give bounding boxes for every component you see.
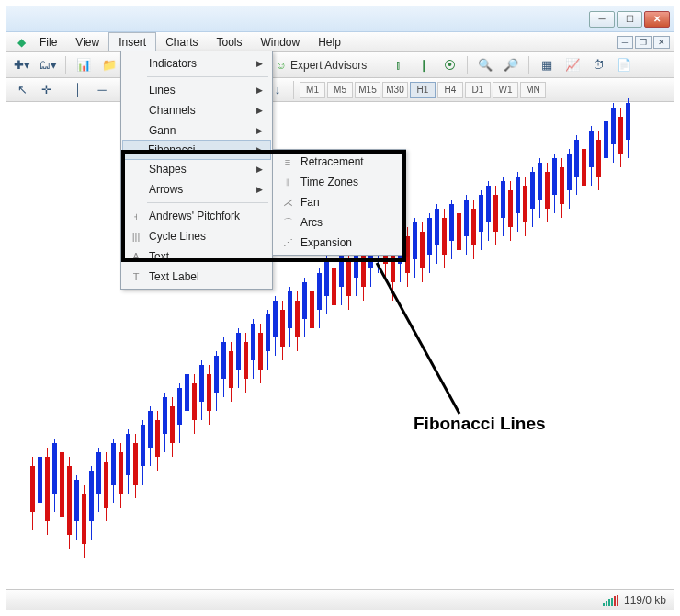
statusbar: 119/0 kb [6,589,674,610]
timeframe-h1[interactable]: H1 [410,82,436,98]
menu-item-indicators[interactable]: Indicators▶ [123,53,270,74]
tile-windows-button[interactable]: ▦ [537,55,557,75]
drawing-toolbar: ↖ ✛ │ ─ ╱ ⫽ ≡ A T ↑ ↓ M1M5M15M30H1H4D1W1… [6,78,674,102]
close-button[interactable]: ✕ [644,11,670,28]
menu-item-cycle-lines[interactable]: |||Cycle Lines [123,226,270,246]
submenu-item-fan[interactable]: ⋌Fan [275,192,403,212]
new-chart-button[interactable]: ✚▾ [12,55,32,75]
cursor-button[interactable]: ↖ [12,80,32,100]
menu-window[interactable]: Window [252,32,310,51]
horizontal-line-button[interactable]: ─ [92,80,112,100]
crosshair-button[interactable]: ✛ [36,80,56,100]
zoom-in-button[interactable]: 🔍 [475,55,495,75]
connection-status: 119/0 kb [624,594,666,607]
submenu-item-time-zones[interactable]: ⦀Time Zones [275,172,403,192]
submenu-arrow-icon: ▶ [256,126,263,135]
profiles-button[interactable]: 🗂▾ [38,55,58,75]
menu-item-arrows[interactable]: Arrows▶ [123,179,270,200]
mdi-close-button[interactable]: ✕ [653,36,670,49]
menu-help[interactable]: Help [309,32,350,51]
insert-menu-dropdown: Indicators▶Lines▶Channels▶Gann▶Fibonacci… [120,51,273,290]
app-window: ─ ☐ ✕ ◆ FileViewInsertChartsToolsWindowH… [6,6,674,610]
timeframe-m30[interactable]: M30 [382,82,408,98]
candle-chart-button[interactable]: ❙ [414,55,434,75]
submenu-item-retracement[interactable]: ≡Retracement [275,152,403,172]
fibonacci-submenu: ≡Retracement⦀Time Zones⋌Fan⌒Arcs⋰Expansi… [272,149,406,256]
timeframe-d1[interactable]: D1 [465,82,491,98]
timeframe-mn[interactable]: MN [520,82,546,98]
navigator-button[interactable]: 📁 [99,55,119,75]
minimize-button[interactable]: ─ [589,11,615,28]
menu-insert[interactable]: Insert [108,32,156,51]
submenu-arrow-icon: ▶ [256,145,263,154]
menu-tools[interactable]: Tools [208,32,252,51]
periods-button[interactable]: ⏱ [588,55,608,75]
line-chart-button[interactable]: ⦿ [439,55,459,75]
submenu-item-expansion[interactable]: ⋰Expansion [275,233,403,253]
submenu-arrow-icon: ▶ [256,86,263,95]
menu-charts[interactable]: Charts [156,32,207,51]
timeframe-h4[interactable]: H4 [437,82,463,98]
bar-chart-button[interactable]: ⫿ [388,55,408,75]
submenu-item-arcs[interactable]: ⌒Arcs [275,212,403,233]
submenu-arrow-icon: ▶ [256,106,263,115]
annotation-label: Fibonacci Lines [414,414,546,434]
submenu-arrow-icon: ▶ [256,59,263,68]
menu-item-text-label[interactable]: TText Label [123,267,270,287]
submenu-arrow-icon: ▶ [256,165,263,174]
templates-button[interactable]: 📄 [614,55,634,75]
menu-item-fibonacci[interactable]: Fibonacci▶ [122,140,271,160]
menu-item-lines[interactable]: Lines▶ [123,80,270,100]
main-toolbar: ✚▾ 🗂▾ 📊 📁 ▥ ▤ Order ◆ ☺Expert Advisors ⫿… [6,52,674,78]
expert-advisors-label: Expert Advisors [290,59,367,72]
menu-item-shapes[interactable]: Shapes▶ [123,159,270,179]
submenu-arrow-icon: ▶ [256,185,263,194]
menubar: ◆ FileViewInsertChartsToolsWindowHelp ─ … [6,32,674,52]
app-icon: ◆ [12,32,30,51]
menu-file[interactable]: File [30,32,66,51]
zoom-out-button[interactable]: 🔎 [501,55,521,75]
maximize-button[interactable]: ☐ [617,11,642,28]
mdi-minimize-button[interactable]: ─ [617,36,633,49]
mdi-controls: ─ ❐ ✕ [617,32,674,51]
indicators-button[interactable]: 📈 [562,55,583,75]
titlebar: ─ ☐ ✕ [6,6,674,32]
connection-bars-icon [603,595,618,606]
menu-view[interactable]: View [66,32,108,51]
menu-item-text[interactable]: AText [123,246,270,267]
timeframe-w1[interactable]: W1 [493,82,518,98]
menu-item-andrews-pitchfork[interactable]: ⫞Andrews' Pitchfork [123,206,270,226]
timeframe-m5[interactable]: M5 [327,82,353,98]
menu-item-channels[interactable]: Channels▶ [123,100,270,120]
timeframe-m15[interactable]: M15 [355,82,380,98]
timeframe-m1[interactable]: M1 [300,82,325,98]
market-watch-button[interactable]: 📊 [74,55,94,75]
mdi-restore-button[interactable]: ❐ [635,36,652,49]
menu-item-gann[interactable]: Gann▶ [123,120,270,141]
vertical-line-button[interactable]: │ [68,80,88,100]
expert-advisors-button[interactable]: ☺Expert Advisors [270,55,373,75]
